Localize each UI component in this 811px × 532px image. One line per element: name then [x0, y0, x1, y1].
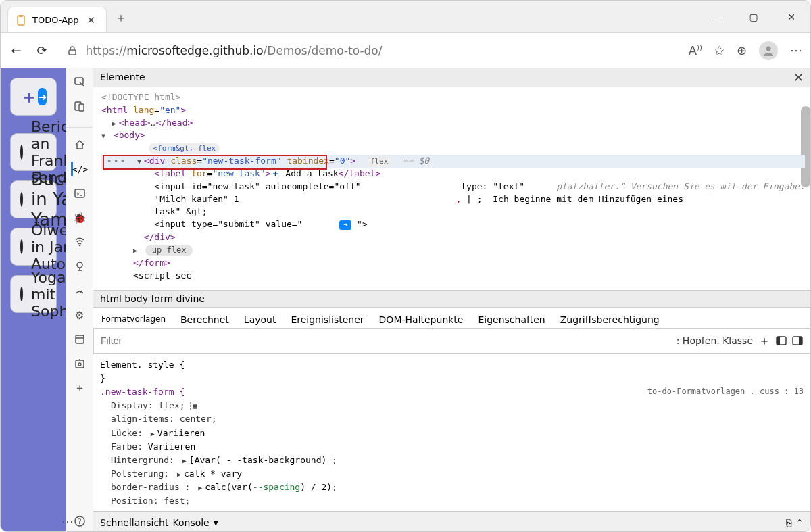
todo-app-pane: ＋ ➜ Bericht an Frank senden Buchtisch in… — [1, 68, 66, 532]
collapse-icon[interactable]: ⌃ — [795, 517, 804, 528]
svg-point-12 — [78, 363, 81, 366]
devtools-header: Elemente ✕ — [93, 68, 810, 87]
task-label: Buchtisch in Yam Yam — [31, 169, 66, 230]
panel-title: Elemente — [100, 72, 145, 82]
breadcrumb[interactable]: html body form divine — [93, 290, 810, 308]
add-panel-icon[interactable]: ＋ — [72, 381, 87, 395]
collections-icon[interactable]: ⊕ — [737, 43, 747, 57]
security-icon[interactable] — [72, 356, 87, 371]
network-icon[interactable] — [72, 235, 87, 249]
task-checkbox[interactable] — [20, 145, 23, 160]
issues-icon[interactable]: ⎘ — [786, 517, 791, 528]
styles-pane[interactable]: Element. style { } .new-task-form { to-d… — [93, 354, 810, 511]
more-icon[interactable]: ⋯ — [62, 514, 74, 529]
browser-tab[interactable]: TODO-App ✕ — [7, 7, 107, 32]
svg-rect-4 — [75, 78, 83, 84]
inspect-icon[interactable] — [72, 75, 87, 90]
chevron-down-icon[interactable]: ▾ — [214, 517, 218, 528]
task-checkbox[interactable] — [20, 287, 23, 301]
styles-filter-row: : Hopfen. Klasse ＋ — [93, 328, 810, 354]
svg-rect-0 — [18, 16, 24, 25]
svg-text:?: ? — [78, 518, 81, 525]
profile-avatar[interactable] — [759, 41, 778, 60]
submit-task-button[interactable]: ➜ — [38, 88, 47, 105]
svg-rect-7 — [75, 189, 84, 197]
close-tab-icon[interactable]: ✕ — [84, 14, 99, 26]
subtab-computed[interactable]: Berechnet — [179, 312, 230, 328]
svg-rect-16 — [777, 337, 780, 345]
dom-tree[interactable]: <!DOCTYPE html> <html lang="en"> <head>…… — [93, 87, 810, 290]
hov-toggle[interactable]: : Hopfen. Klasse — [677, 335, 753, 346]
favorite-icon[interactable]: ✩ — [714, 43, 724, 57]
task-checkbox[interactable] — [20, 192, 23, 207]
tab-favicon — [16, 15, 27, 26]
performance-icon[interactable] — [72, 283, 87, 298]
task-checkbox[interactable] — [20, 239, 23, 254]
task-item[interactable]: Buchtisch in Yam Yam — [10, 180, 57, 218]
welcome-icon[interactable] — [72, 137, 87, 152]
menu-icon[interactable]: ⋯ — [790, 43, 802, 57]
subtab-a11y[interactable]: Zugriffsberechtigung — [559, 312, 661, 328]
window-titlebar: TODO-App ✕ ＋ ― ▢ ✕ — [1, 1, 810, 33]
back-button[interactable]: ← — [9, 43, 24, 57]
svg-rect-2 — [69, 50, 76, 55]
svg-rect-18 — [799, 337, 802, 345]
devtools-footer: Schnellansicht Konsole ▾ ⎘ ⌃ — [93, 511, 810, 532]
elements-tab-icon[interactable]: </> — [71, 162, 86, 176]
tab-title: TODO-App — [32, 15, 79, 25]
memory-icon[interactable] — [72, 259, 87, 274]
console-icon[interactable] — [72, 186, 87, 201]
new-style-icon[interactable]: ＋ — [758, 333, 770, 349]
settings-icon[interactable]: ⚙ — [72, 308, 87, 322]
task-label: Yoga mit Sophie — [31, 269, 66, 320]
read-aloud-icon[interactable]: A)) — [689, 43, 702, 57]
task-label: Ölwechsel in Jans Auto — [31, 222, 66, 272]
toggle-panel-icon[interactable] — [776, 336, 787, 345]
plus-icon: ＋ — [20, 85, 38, 109]
close-devtools-icon[interactable]: ✕ — [793, 70, 804, 84]
lock-icon — [67, 45, 82, 56]
subtab-dombp[interactable]: DOM-Haltepunkte — [378, 312, 465, 328]
task-item[interactable]: Ölwechsel in Jans Auto — [10, 228, 57, 266]
url-field[interactable]: https://microsoftedge.github.io/Demos/de… — [60, 40, 678, 62]
styles-subtabs: Formatvorlagen Berechnet Layout Ereignis… — [93, 308, 810, 328]
address-bar: ← ⟳ https://microsoftedge.github.io/Demo… — [1, 33, 810, 68]
device-icon[interactable] — [72, 99, 87, 114]
subtab-layout[interactable]: Layout — [243, 312, 278, 328]
new-tab-button[interactable]: ＋ — [107, 3, 135, 32]
toggle-panel2-icon[interactable] — [792, 336, 803, 345]
refresh-button[interactable]: ⟳ — [34, 43, 49, 57]
sources-icon[interactable]: 🐞 — [72, 210, 87, 225]
devtools-sidebar: </> 🐞 ⚙ ＋ ⋯ ? — [66, 68, 93, 532]
subtab-props[interactable]: Eigenschaften — [476, 312, 546, 328]
task-item[interactable]: Bericht an Frank senden — [10, 133, 57, 171]
subtab-listeners[interactable]: Ereignislistener — [289, 312, 365, 328]
svg-rect-6 — [79, 104, 84, 111]
task-item[interactable]: Yoga mit Sophie — [10, 275, 57, 313]
minimize-button[interactable]: ― — [697, 1, 735, 33]
maximize-button[interactable]: ▢ — [735, 1, 772, 33]
svg-rect-10 — [76, 335, 84, 343]
new-task-form[interactable]: ＋ ➜ — [10, 78, 57, 116]
devtools-pane: </> 🐞 ⚙ ＋ ⋯ ? Elemente ✕ <!DOCTYPE html>… — [66, 68, 810, 532]
svg-point-8 — [78, 245, 80, 247]
svg-point-3 — [766, 46, 771, 51]
scrollbar[interactable] — [801, 106, 810, 187]
help-icon[interactable]: ? — [72, 514, 87, 529]
application-icon[interactable] — [72, 332, 87, 347]
svg-rect-1 — [19, 15, 23, 17]
subtab-styles[interactable]: Formatvorlagen — [100, 312, 167, 328]
styles-filter-input[interactable] — [101, 335, 671, 346]
flex-badge-icon[interactable]: ▦ — [190, 402, 199, 410]
svg-rect-11 — [76, 360, 84, 368]
close-window-button[interactable]: ✕ — [772, 1, 810, 33]
svg-point-9 — [77, 262, 82, 268]
